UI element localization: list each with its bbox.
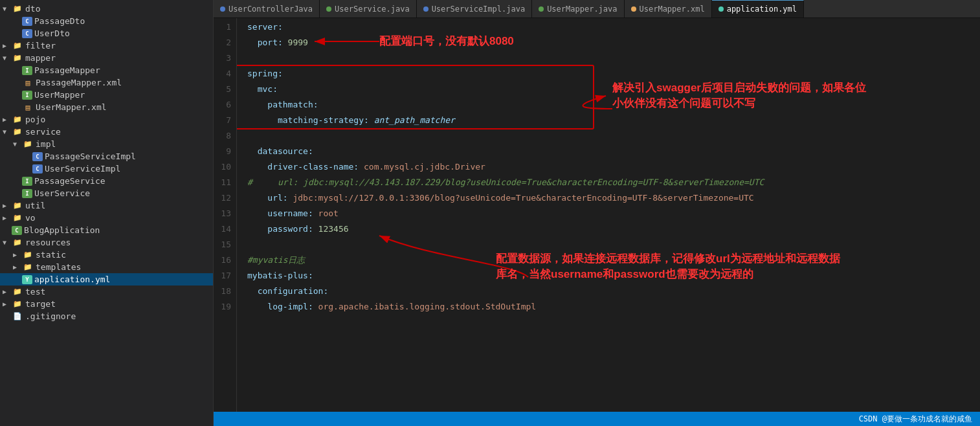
line-number: 18 [214,284,231,299]
code-line-4: spring: [247,66,980,82]
interface-i-icon [22,177,32,186]
code-token: com.mysql.cj.jdbc.Driver [359,159,485,175]
line-number: 14 [214,221,231,237]
sidebar-item-target[interactable]: target [0,298,213,310]
code-token [247,159,267,175]
arrow-icon [3,116,12,123]
tab-application-yml[interactable]: application.yml [712,0,804,17]
annotation-label: 解决引入swagger后项目启动失败的问题，如果各位 小伙伴没有这个问题可以不写 [612,80,866,111]
code-token [247,113,278,128]
code-line-18: configuration: [247,284,980,299]
interface-i-icon [22,66,32,75]
xml-icon: ▤ [22,103,34,112]
arrow-icon [3,214,12,221]
sidebar-item-service[interactable]: service [0,126,213,138]
code-line-15 [247,237,980,252]
line-number: 9 [214,144,231,159]
sidebar-item-templates[interactable]: templates [0,261,213,273]
sidebar-item-application.yml[interactable]: Yapplication.yml [0,273,213,286]
annotation-label: 配置数据源，如果连接远程数据库，记得修改url为远程地址和远程数据 库名，当然u… [496,251,840,282]
sidebar-item-UserMapper[interactable]: UserMapper [0,89,213,101]
yaml-icon: Y [22,275,32,284]
sidebar-item-label: application.yml [34,275,110,284]
sidebar-item-mapper[interactable]: mapper [0,52,213,64]
tab-UserControllerJava[interactable]: UserControllerJava [214,0,320,17]
sidebar-item-PassageDto[interactable]: PassageDto [0,15,213,27]
code-token: driver-class-name: [267,159,359,175]
line-number: 17 [214,268,231,284]
folder-icon [12,5,23,14]
line-number: 1 [214,19,231,35]
line-numbers: 12345678910111213141516171819 [214,18,237,412]
code-token: url: [267,190,287,206]
arrow-icon [3,42,12,49]
code-token [247,82,258,97]
line-number: 8 [214,128,231,144]
tab-UserService-java[interactable]: UserService.java [320,0,417,17]
sidebar-item-UserDto[interactable]: UserDto [0,27,213,39]
tab-label: UserService.java [335,5,410,14]
sidebar-item-.gitignore[interactable]: 📄.gitignore [0,310,213,322]
sidebar-item-PassageService[interactable]: PassageService [0,175,213,187]
arrow-icon [13,251,22,258]
sidebar-item-util[interactable]: util [0,199,213,212]
sidebar-item-PassageMapper.xml[interactable]: ▤PassageMapper.xml [0,76,213,89]
xml-icon: ▤ [22,78,34,87]
tab-label: UserControllerJava [228,5,313,14]
code-token: StdOutImpl [485,299,536,315]
code-area: server: port: 9999spring: mvc: pathmatch… [237,18,980,412]
folder-icon [12,115,23,124]
sidebar-item-PassageServiceImpl[interactable]: PassageServiceImpl [0,150,213,163]
class-c-green-icon [12,226,22,235]
sidebar-item-label: impl [36,139,56,149]
sidebar-item-vo[interactable]: vo [0,212,213,224]
tab-label: UserMapper.xml [640,5,705,14]
tab-dot-icon [539,6,544,12]
class-c-icon [22,29,32,38]
interface-i-icon [22,91,32,100]
sidebar-item-PassageMapper[interactable]: PassageMapper [0,64,213,76]
code-token: port: [258,35,283,50]
sidebar-item-UserServiceImpl[interactable]: UserServiceImpl [0,163,213,175]
sidebar-item-static[interactable]: static [0,249,213,261]
folder-icon [12,300,23,309]
sidebar-item-UserService[interactable]: UserService [0,187,213,199]
code-line-3 [247,50,980,66]
line-number: 4 [214,66,231,82]
sidebar-item-BlogApplication[interactable]: BlogApplication [0,224,213,236]
tab-dot-icon [631,6,636,12]
sidebar-item-filter[interactable]: filter [0,39,213,52]
code-token [247,190,267,206]
tab-dot-icon [423,6,429,12]
sidebar-item-UserMapper.xml[interactable]: ▤UserMapper.xml [0,101,213,113]
sidebar-item-label: .gitignore [25,311,76,321]
code-token: log-impl: [267,299,313,315]
sidebar-item-test[interactable]: test [0,286,213,298]
tab-UserMapper-java[interactable]: UserMapper.java [532,0,624,17]
sidebar-item-label: PassageService [34,176,106,186]
sidebar-item-label: service [25,127,61,137]
arrow-icon [3,202,12,209]
code-token: spring: [247,66,283,82]
code-token [247,299,267,315]
tab-dot-icon [718,6,724,12]
sidebar-item-label: filter [25,41,56,50]
tab-UserServiceImpl-java[interactable]: UserServiceImpl.java [417,0,533,17]
sidebar-item-pojo[interactable]: pojo [0,113,213,126]
sidebar-item-impl[interactable]: impl [0,138,213,150]
sidebar-item-dto[interactable]: dto [0,3,213,15]
file-tree: dtoPassageDtoUserDtofiltermapperPassageM… [0,0,214,426]
code-line-2: port: 9999 [247,35,980,50]
class-c-icon [32,164,43,174]
folder-icon [12,201,23,210]
code-token [247,221,267,237]
tab-label: application.yml [727,5,797,14]
file-icon: 📄 [12,312,23,321]
tab-label: UserMapper.java [547,5,617,14]
sidebar-item-label: UserDto [34,28,70,38]
tab-UserMapper-xml[interactable]: UserMapper.xml [625,0,712,17]
code-token: org.apache.ibatis.logging.stdout. [313,299,485,315]
arrow-icon [13,140,22,148]
sidebar-item-label: resources [25,238,71,247]
sidebar-item-resources[interactable]: resources [0,236,213,249]
